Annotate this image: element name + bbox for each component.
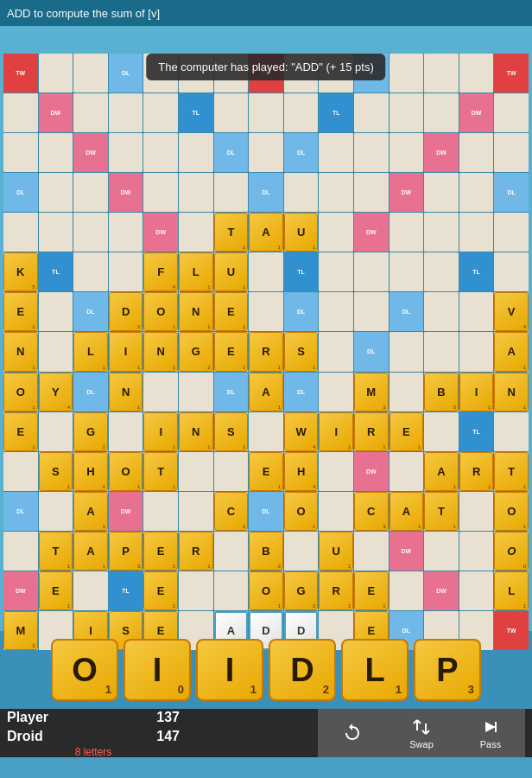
letters-left: 8 letters xyxy=(7,746,180,758)
cell-r2c4 xyxy=(109,93,143,132)
cell-r5c10 xyxy=(319,213,353,252)
rack-tile-P[interactable]: P3 xyxy=(414,639,481,701)
player-score: 137 xyxy=(156,710,180,725)
tile-G2: G2 xyxy=(73,412,108,451)
action-buttons: Swap Pass xyxy=(180,709,525,757)
tile-I: I1 xyxy=(109,332,143,371)
cell-r6c7: U1 xyxy=(214,252,249,291)
tile-V: V4 xyxy=(494,292,529,331)
rack-tile-L[interactable]: L1 xyxy=(341,639,408,701)
cell-r11c12 xyxy=(390,452,424,491)
cell-r2c1 xyxy=(3,93,38,132)
cell-r12c7: C3 xyxy=(214,492,249,531)
tile-E7: E1 xyxy=(143,532,178,571)
tile-F: F4 xyxy=(143,252,178,291)
tile-O3: O1 xyxy=(109,452,143,491)
cell-r11c14: R1 xyxy=(459,452,494,491)
cell-r7c1: E1 xyxy=(3,292,38,331)
droid-score: 147 xyxy=(156,729,180,744)
cell-r5c5: DW xyxy=(143,213,178,252)
cell-r14c13: DW xyxy=(424,571,459,610)
cell-r2c12 xyxy=(390,93,424,132)
rack-tile-D[interactable]: D2 xyxy=(269,639,336,701)
cell-r8c10 xyxy=(319,332,353,371)
swap-icon xyxy=(411,717,432,737)
cell-r2c3 xyxy=(73,93,108,132)
tile-U2: U1 xyxy=(214,252,249,291)
cell-r11c6 xyxy=(179,452,213,491)
rack-tile-I2[interactable]: I1 xyxy=(196,639,263,701)
rack-tile-O[interactable]: O1 xyxy=(51,639,118,701)
cell-r10c2 xyxy=(39,412,73,451)
tile-E8: E1 xyxy=(39,571,73,610)
cell-r2c2: DW xyxy=(39,93,73,132)
cell-r13c12: DW xyxy=(390,532,424,571)
tile-P: P3 xyxy=(109,532,143,571)
cell-r1c12 xyxy=(390,54,424,92)
cell-r6c4 xyxy=(109,252,143,291)
tile-U: U1 xyxy=(284,213,319,252)
pass-icon xyxy=(480,717,501,737)
cell-r9c10 xyxy=(319,373,353,411)
cell-r11c15: T1 xyxy=(494,452,529,491)
cell-r12c12: A1 xyxy=(390,492,424,531)
tile-N2: N1 xyxy=(143,332,178,371)
cell-r11c4: O1 xyxy=(109,452,143,491)
tile-T4: T1 xyxy=(39,532,73,571)
tile-E4: E1 xyxy=(3,412,38,451)
cell-r7c7: E1 xyxy=(214,292,249,331)
cell-r7c11 xyxy=(354,292,389,331)
cell-r6c2: TL xyxy=(39,252,73,291)
pass-button[interactable]: Pass xyxy=(456,709,525,757)
cell-r4c13 xyxy=(424,173,459,212)
cell-r2c10: TL xyxy=(319,93,353,132)
cell-r6c1: K5 xyxy=(3,252,38,291)
cell-r14c7 xyxy=(214,571,249,610)
tile-C2: C3 xyxy=(354,492,389,531)
cell-r5c4 xyxy=(109,213,143,252)
cell-r7c5: O1 xyxy=(143,292,178,331)
cell-r14c10: R1 xyxy=(319,571,353,610)
tile-S: S1 xyxy=(284,332,319,371)
cell-r15c15: TW xyxy=(494,611,529,650)
cell-r9c2: Y4 xyxy=(39,373,73,411)
cell-r14c6 xyxy=(179,571,213,610)
tile-A7: A1 xyxy=(73,532,108,571)
cell-r12c10 xyxy=(319,492,353,531)
cell-r3c6 xyxy=(179,133,213,172)
tile-R3: R1 xyxy=(459,452,494,491)
cell-r13c8: B3 xyxy=(249,532,283,571)
cell-r13c11 xyxy=(354,532,389,571)
rack-tile-I1[interactable]: I0 xyxy=(124,639,191,701)
tile-C: C3 xyxy=(214,492,249,531)
cell-r6c14: TL xyxy=(459,252,494,291)
cell-r7c13 xyxy=(424,292,459,331)
cell-r5c2 xyxy=(39,213,73,252)
cell-r11c5: T1 xyxy=(143,452,178,491)
cell-r12c6 xyxy=(179,492,213,531)
cell-r12c8: DL xyxy=(249,492,283,531)
tile-M: M3 xyxy=(354,373,389,411)
cell-r9c8: A1 xyxy=(249,373,283,411)
cell-r10c10: I1 xyxy=(319,412,353,451)
cell-r3c3: DW xyxy=(73,133,108,172)
swap-label: Swap xyxy=(409,739,434,749)
tile-E3: E1 xyxy=(214,332,249,371)
cell-r13c1 xyxy=(3,532,38,571)
cell-r5c6 xyxy=(179,213,213,252)
tile-R4: R1 xyxy=(179,532,213,571)
refresh-button[interactable] xyxy=(318,709,387,757)
tile-B2: B3 xyxy=(249,532,283,571)
scores-panel: Player 137 Droid 147 8 letters xyxy=(7,708,180,758)
cell-r8c2 xyxy=(39,332,73,371)
swap-button[interactable]: Swap xyxy=(387,709,456,757)
tile-S3: S1 xyxy=(39,452,73,491)
cell-r8c7: E1 xyxy=(214,332,249,371)
cell-r8c3: L1 xyxy=(73,332,108,371)
cell-r3c4 xyxy=(109,133,143,172)
cell-r14c4: TL xyxy=(109,571,143,610)
cell-r11c11: DW xyxy=(354,452,389,491)
cell-r2c9 xyxy=(284,93,319,132)
cell-r8c15: A1 xyxy=(494,332,529,371)
cell-r12c1: DL xyxy=(3,492,38,531)
